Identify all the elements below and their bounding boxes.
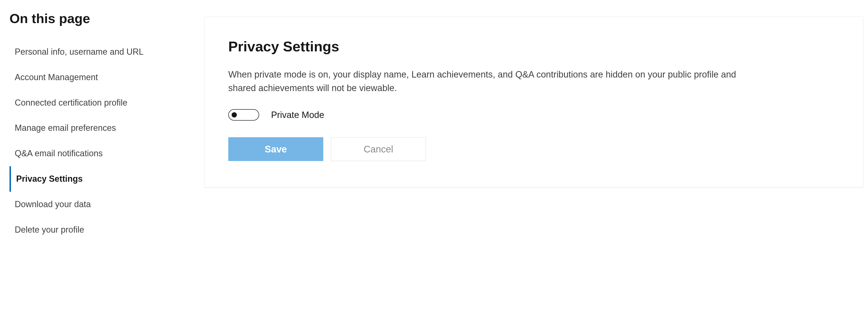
toggle-knob-icon [231,112,237,117]
main-panel: Privacy Settings When private mode is on… [204,17,863,242]
button-row: Save Cancel [228,137,839,161]
nav-item-privacy-settings[interactable]: Privacy Settings [9,166,190,192]
cancel-button[interactable]: Cancel [331,137,426,161]
nav-item-manage-email-preferences[interactable]: Manage email preferences [9,115,190,141]
nav-item-personal-info[interactable]: Personal info, username and URL [9,39,190,65]
private-mode-toggle[interactable] [228,109,259,121]
nav-item-download-your-data[interactable]: Download your data [9,192,190,217]
nav-item-connected-certification[interactable]: Connected certification profile [9,90,190,116]
sidebar-heading: On this page [9,11,190,26]
private-mode-label: Private Mode [271,110,324,120]
nav-item-delete-your-profile[interactable]: Delete your profile [9,217,190,242]
on-this-page-nav: On this page Personal info, username and… [5,5,190,242]
nav-item-account-management[interactable]: Account Management [9,65,190,90]
card-title: Privacy Settings [228,38,839,55]
card-description: When private mode is on, your display na… [228,68,751,95]
nav-item-qa-email-notifications[interactable]: Q&A email notifications [9,141,190,166]
private-mode-toggle-row: Private Mode [228,109,839,121]
save-button[interactable]: Save [228,137,323,161]
privacy-settings-card: Privacy Settings When private mode is on… [204,17,863,187]
